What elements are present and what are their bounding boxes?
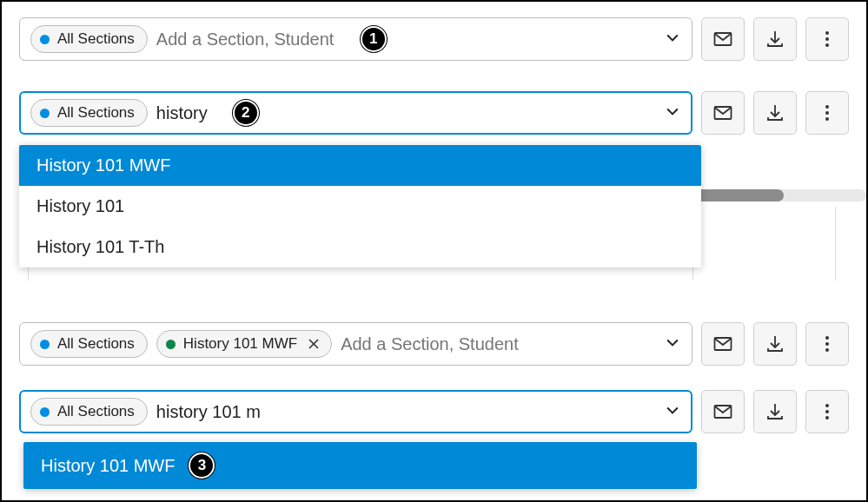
mail-icon: [712, 102, 733, 123]
more-vertical-icon: [817, 334, 838, 354]
mail-icon: [712, 334, 733, 354]
chip-label: History 101 MWF: [183, 335, 297, 353]
svg-point-3: [825, 37, 829, 41]
section-dropdown: History 101 MWF 3: [23, 442, 697, 489]
chip-all-sections[interactable]: All Sections: [30, 398, 148, 426]
svg-point-20: [825, 410, 829, 413]
more-options-button[interactable]: [805, 322, 849, 366]
message-button[interactable]: [701, 390, 745, 433]
message-button[interactable]: [701, 91, 745, 135]
chip-all-sections[interactable]: All Sections: [30, 99, 148, 127]
filter-row-4: All Sections: [19, 390, 849, 433]
more-options-button[interactable]: [805, 390, 849, 433]
chip-all-sections[interactable]: All Sections: [30, 25, 148, 53]
download-button[interactable]: [753, 390, 797, 433]
section-search-input[interactable]: [341, 334, 657, 354]
svg-point-7: [825, 105, 829, 109]
download-icon: [765, 334, 785, 354]
section-dropdown: History 101 MWF History 101 History 101 …: [19, 145, 701, 268]
download-icon: [765, 401, 785, 422]
more-options-button[interactable]: [805, 91, 849, 135]
status-dot-icon: [40, 340, 50, 349]
chip-label: All Sections: [57, 335, 135, 353]
svg-point-14: [825, 336, 829, 340]
section-filter-input-container[interactable]: All Sections 2: [19, 91, 692, 135]
section-filter-input-container[interactable]: All Sections 1: [19, 17, 692, 61]
section-filter-input-container[interactable]: All Sections History 101 MWF: [19, 322, 692, 366]
svg-point-15: [825, 342, 829, 346]
svg-point-19: [825, 404, 829, 407]
section-search-input[interactable]: [156, 103, 657, 123]
status-dot-icon: [40, 35, 50, 44]
svg-point-4: [825, 43, 829, 47]
chip-all-sections[interactable]: All Sections: [30, 330, 148, 358]
chip-label: All Sections: [57, 403, 135, 420]
download-button[interactable]: [753, 17, 797, 61]
chip-section-history-mwf[interactable]: History 101 MWF: [156, 330, 332, 358]
download-icon: [765, 102, 785, 123]
filter-row-1: All Sections 1: [19, 17, 849, 61]
grid-line: [835, 207, 836, 281]
chip-label: All Sections: [57, 104, 135, 122]
chip-label: All Sections: [57, 30, 135, 48]
dropdown-option[interactable]: History 101 MWF: [19, 145, 701, 186]
dropdown-option[interactable]: History 101: [19, 186, 701, 227]
status-dot-icon: [166, 340, 176, 349]
remove-chip-button[interactable]: [308, 337, 319, 352]
more-vertical-icon: [817, 102, 838, 123]
svg-point-8: [825, 111, 829, 115]
chevron-down-icon[interactable]: [664, 401, 681, 422]
filter-row-2: All Sections 2: [19, 91, 849, 135]
callout-marker-2: 2: [233, 100, 259, 126]
mail-icon: [712, 29, 733, 50]
chevron-down-icon[interactable]: [664, 334, 681, 354]
message-button[interactable]: [701, 322, 745, 366]
dropdown-option[interactable]: History 101 T-Th: [19, 227, 701, 268]
close-icon: [308, 339, 319, 349]
svg-point-9: [825, 117, 829, 121]
more-options-button[interactable]: [805, 17, 849, 61]
callout-marker-1: 1: [361, 26, 387, 52]
download-button[interactable]: [753, 322, 797, 366]
status-dot-icon: [40, 407, 50, 417]
callout-marker-3: 3: [189, 452, 215, 479]
more-vertical-icon: [817, 29, 838, 50]
dropdown-option[interactable]: History 101 MWF 3: [23, 442, 697, 489]
section-filter-input-container[interactable]: All Sections: [19, 390, 692, 433]
download-icon: [765, 29, 785, 50]
status-dot-icon: [40, 109, 50, 118]
svg-point-16: [825, 348, 829, 352]
mail-icon: [712, 401, 733, 422]
svg-point-21: [825, 416, 829, 419]
more-vertical-icon: [817, 401, 838, 422]
horizontal-scrollbar[interactable]: [688, 189, 784, 201]
section-search-input[interactable]: [156, 30, 657, 50]
filter-row-3: All Sections History 101 MWF: [19, 322, 849, 366]
chevron-down-icon[interactable]: [664, 102, 681, 123]
chevron-down-icon[interactable]: [664, 29, 681, 50]
download-button[interactable]: [753, 91, 797, 135]
svg-point-2: [825, 31, 829, 35]
message-button[interactable]: [701, 17, 745, 61]
section-search-input[interactable]: [156, 402, 657, 422]
